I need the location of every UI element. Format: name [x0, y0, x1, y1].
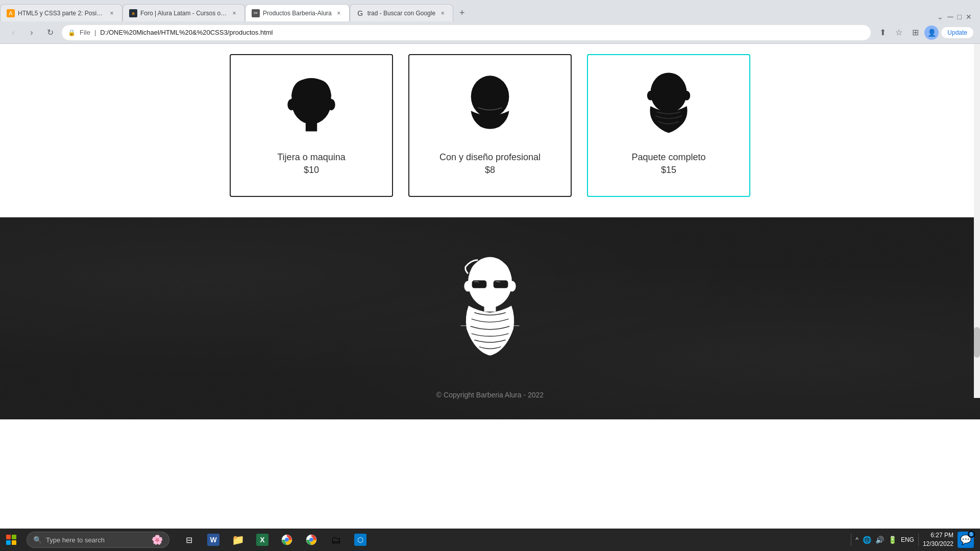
tab-label-productos: Productos Barberia-Alura	[263, 10, 332, 17]
svg-point-4	[471, 76, 509, 117]
tab-close-google[interactable]: ×	[438, 9, 447, 17]
tab-label-foro: Foro | Alura Latam - Cursos onli...	[140, 10, 227, 17]
product-name-1: Tijera o maquina	[277, 152, 345, 163]
tab-label-google: trad - Buscar con Google	[368, 10, 435, 17]
tab-close-html5[interactable]: ×	[108, 9, 116, 17]
tab-html5[interactable]: A HTML5 y CSS3 parte 2: Posiciona... ×	[0, 4, 122, 21]
tab-favicon-html5: A	[7, 9, 15, 17]
tab-dropdown-arrow[interactable]: ⌄	[937, 13, 943, 21]
tab-close-foro[interactable]: ×	[230, 9, 238, 17]
profile-button[interactable]: 👤	[924, 26, 939, 40]
scrollbar-thumb[interactable]	[974, 327, 980, 358]
product-price-2: $8	[485, 165, 495, 176]
tab-productos[interactable]: ✂ Productos Barberia-Alura ×	[245, 4, 350, 21]
browser-tabs-bar: A HTML5 y CSS3 parte 2: Posiciona... × a…	[0, 0, 980, 21]
footer-logo: ALURA ESTD 2020	[439, 248, 541, 370]
product-card-2[interactable]: Con y diseño profesional $8	[408, 54, 572, 197]
scrollbar[interactable]	[974, 44, 980, 398]
product-image-svg-3	[638, 68, 699, 144]
svg-point-11	[464, 281, 472, 292]
product-image-svg-2	[459, 70, 521, 142]
svg-point-2	[287, 99, 295, 110]
address-lock-icon: 🔒	[68, 29, 76, 36]
product-card-1[interactable]: Tijera o maquina $10	[230, 54, 393, 197]
svg-rect-1	[306, 122, 317, 132]
tab-favicon-google: G	[356, 9, 364, 17]
svg-rect-14	[493, 280, 509, 289]
alura-logo-svg: ALURA ESTD 2020	[444, 253, 536, 365]
address-path: D:/ONE%20Michael/HTML%20&%20CSS3/product…	[100, 29, 273, 36]
tab-favicon-productos: ✂	[252, 9, 260, 17]
products-grid: Tijera o maquina $10	[92, 54, 888, 197]
product-image-3	[598, 65, 739, 147]
product-card-3[interactable]: Paquete completo $15	[587, 54, 750, 197]
svg-point-8	[647, 91, 654, 101]
address-separator: |	[94, 29, 96, 36]
bookmark-button[interactable]: ☆	[892, 26, 906, 40]
product-price-3: $15	[661, 165, 676, 176]
new-tab-button[interactable]: +	[453, 4, 471, 21]
products-section: Tijera o maquina $10	[0, 44, 980, 217]
window-close-button[interactable]: ✕	[966, 13, 972, 21]
toolbar-actions: ⬆ ☆ ⊞ 👤 Update	[875, 26, 974, 40]
page-footer: ALURA ESTD 2020 © Copyright Barberia Alu…	[0, 217, 980, 419]
svg-point-12	[508, 281, 516, 292]
back-button[interactable]: ‹	[6, 26, 20, 40]
window-maximize-button[interactable]: □	[958, 13, 962, 21]
product-image-2	[420, 65, 560, 147]
svg-rect-13	[472, 280, 487, 289]
reload-button[interactable]: ↻	[43, 26, 57, 40]
window-minimize-button[interactable]: ─	[947, 12, 953, 21]
svg-point-9	[683, 91, 690, 101]
share-button[interactable]: ⬆	[875, 26, 890, 40]
product-image-svg-1	[281, 70, 342, 142]
product-price-1: $10	[304, 165, 319, 176]
forward-button[interactable]: ›	[24, 26, 39, 40]
browser-address-bar-row: ‹ › ↻ 🔒 File | D:/ONE%20Michael/HTML%20&…	[0, 21, 980, 44]
svg-point-3	[328, 99, 335, 110]
tab-overflow: ⌄ ─ □ ✕	[937, 12, 980, 21]
tab-favicon-foro: a	[129, 9, 137, 17]
product-name-3: Paquete completo	[631, 152, 705, 163]
tab-foro[interactable]: a Foro | Alura Latam - Cursos onli... ×	[122, 4, 245, 21]
product-image-1	[241, 65, 382, 147]
address-scheme: File	[80, 29, 90, 36]
tab-google[interactable]: G trad - Buscar con Google ×	[350, 4, 453, 21]
footer-copyright: © Copyright Barberia Alura - 2022	[436, 391, 544, 399]
tab-close-productos[interactable]: ×	[335, 9, 343, 17]
tab-label-html5: HTML5 y CSS3 parte 2: Posiciona...	[18, 10, 105, 17]
address-bar[interactable]: 🔒 File | D:/ONE%20Michael/HTML%20&%20CSS…	[61, 24, 871, 41]
sidebar-button[interactable]: ⊞	[908, 26, 922, 40]
page-content: Tijera o maquina $10	[0, 44, 980, 419]
browser-window: A HTML5 y CSS3 parte 2: Posiciona... × a…	[0, 0, 980, 44]
product-name-2: Con y diseño profesional	[439, 152, 541, 163]
update-button[interactable]: Update	[941, 27, 974, 39]
